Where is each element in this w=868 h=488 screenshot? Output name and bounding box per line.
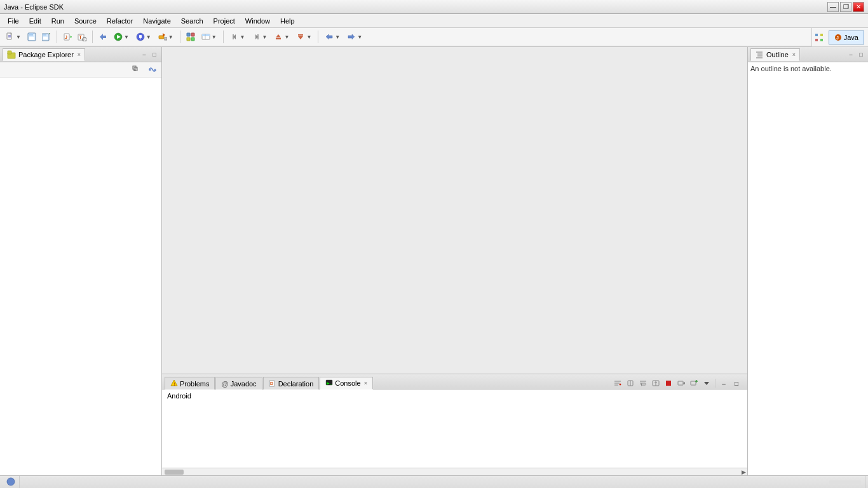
forward-dropdown-arrow: ▼ <box>262 34 268 40</box>
toolbar-sep-1 <box>57 30 57 43</box>
toolbar-group-3: ▼ ▼ ▼ <box>96 30 177 44</box>
open-perspective-list-button[interactable] <box>812 30 826 44</box>
scroll-right-arrow[interactable]: ▶ <box>740 468 747 476</box>
console-view-dropdown-button[interactable] <box>701 377 712 389</box>
outline-close[interactable]: × <box>792 51 796 58</box>
new-java-button[interactable]: J <box>60 30 74 44</box>
outline-tab[interactable]: Outline × <box>750 48 800 61</box>
package-explorer-close[interactable]: × <box>78 51 81 58</box>
javadoc-tab[interactable]: @ Javadoc <box>215 377 262 390</box>
toolbar-group-4: ▼ <box>184 30 220 44</box>
collapse-all-button[interactable] <box>130 63 144 77</box>
svg-rect-45 <box>820 39 823 41</box>
editor-area[interactable] <box>162 47 747 374</box>
open-console-button[interactable] <box>675 377 687 389</box>
right-panel-minimize[interactable]: – <box>846 50 855 59</box>
svg-marker-40 <box>298 36 303 39</box>
last-edit-forward-button[interactable]: ▼ <box>344 30 365 44</box>
back-button[interactable]: ▼ <box>227 30 248 44</box>
run-button[interactable]: ▼ <box>111 30 132 44</box>
scroll-lock-button[interactable] <box>625 377 636 389</box>
svg-rect-74 <box>666 381 671 386</box>
package-explorer-content[interactable] <box>0 78 161 475</box>
menu-run[interactable]: Run <box>46 16 69 26</box>
pin-console-button[interactable] <box>650 377 661 389</box>
open-perspective-button[interactable] <box>184 30 198 44</box>
bottom-panel: ! Problems @ Javadoc D <box>162 374 747 475</box>
problems-icon: ! <box>170 379 178 388</box>
status-icon <box>6 477 15 487</box>
open-view-button[interactable]: ▼ <box>198 30 220 44</box>
svg-rect-75 <box>678 381 683 385</box>
left-panel-maximize[interactable]: □ <box>150 50 159 59</box>
pin-console-icon <box>652 379 660 387</box>
toolbar-row: ▼ <box>0 28 868 47</box>
ext-tools-dropdown-arrow: ▼ <box>168 34 173 40</box>
open-type-button[interactable]: T <box>75 30 89 44</box>
link-with-editor-button[interactable] <box>145 63 159 77</box>
bottom-tab-toolbar: – □ <box>609 377 745 389</box>
problems-tab[interactable]: ! Problems <box>165 377 215 390</box>
new-file-button[interactable]: ▼ <box>3 30 24 44</box>
svg-marker-13 <box>71 36 72 38</box>
svg-rect-22 <box>139 35 142 38</box>
svg-rect-26 <box>165 37 167 40</box>
left-panel-minimize[interactable]: – <box>140 50 149 59</box>
javadoc-icon: @ <box>221 380 228 388</box>
terminate-icon <box>665 379 672 387</box>
svg-rect-43 <box>815 39 818 41</box>
outline-header: Outline × – □ <box>748 47 868 62</box>
open-perspectives-icon <box>815 33 824 42</box>
menu-project[interactable]: Project <box>208 16 240 26</box>
minimize-button[interactable]: — <box>827 2 839 12</box>
declaration-tab[interactable]: D Declaration <box>263 377 320 390</box>
menu-window[interactable]: Window <box>240 16 275 26</box>
package-explorer-tab[interactable]: Package Explorer × <box>3 48 85 61</box>
console-scrollbar-horizontal[interactable]: ▶ <box>162 468 747 475</box>
maximize-button[interactable]: ❐ <box>840 2 851 12</box>
menu-search[interactable]: Search <box>176 16 208 26</box>
bottom-minimize-button[interactable]: – <box>718 377 729 389</box>
right-panel-maximize[interactable]: □ <box>857 50 865 59</box>
console-content[interactable]: Android <box>162 390 747 468</box>
new-java-icon: J <box>63 32 72 41</box>
toolbar-group-nav: ▼ ▼ ▼ ▼ <box>227 30 315 44</box>
center-and-bottom: ! Problems @ Javadoc D <box>162 47 747 475</box>
collapse-all-icon <box>132 65 141 74</box>
save-button[interactable] <box>25 30 39 44</box>
status-progress-icon <box>829 480 861 485</box>
menu-refactor[interactable]: Refactor <box>102 16 139 26</box>
word-wrap-button[interactable] <box>637 377 649 389</box>
java-perspective-button[interactable]: J Java <box>829 30 864 44</box>
prev-edit-location[interactable] <box>96 30 110 44</box>
next-ann-dropdown-arrow: ▼ <box>306 34 311 40</box>
toolbar: ▼ <box>0 28 811 46</box>
console-tab-close[interactable]: × <box>364 380 367 386</box>
menu-navigate[interactable]: Navigate <box>138 16 175 26</box>
forward-button[interactable]: ▼ <box>249 30 271 44</box>
menu-edit[interactable]: Edit <box>24 16 46 26</box>
external-tools-button[interactable]: ▼ <box>155 30 177 44</box>
menu-source[interactable]: Source <box>69 16 102 26</box>
bottom-maximize-button[interactable]: □ <box>731 377 742 389</box>
svg-rect-44 <box>820 34 823 36</box>
prev-annotation-button[interactable]: ▼ <box>271 30 292 44</box>
debug-button[interactable]: ▼ <box>133 30 154 44</box>
toolbar-sep-5 <box>318 30 318 43</box>
right-panel: Outline × – □ An outline is not availabl… <box>747 47 868 475</box>
package-explorer-icon <box>7 50 16 59</box>
menu-help[interactable]: Help <box>275 16 300 26</box>
close-button[interactable]: ✕ <box>853 2 864 12</box>
save-all-button[interactable] <box>39 30 53 44</box>
svg-point-54 <box>154 69 156 71</box>
terminate-button[interactable] <box>663 377 674 389</box>
next-annotation-button[interactable]: ▼ <box>293 30 315 44</box>
menu-file[interactable]: File <box>3 16 24 26</box>
console-tab[interactable]: ▶_ Console × <box>320 377 373 390</box>
menu-bar: File Edit Run Source Refactor Navigate S… <box>0 14 868 28</box>
prev-annotation-icon <box>274 32 283 41</box>
clear-console-button[interactable] <box>612 377 623 389</box>
last-edit-back-button[interactable]: ▼ <box>322 30 343 44</box>
new-console-button[interactable] <box>688 377 700 389</box>
next-annotation-icon <box>296 32 305 41</box>
